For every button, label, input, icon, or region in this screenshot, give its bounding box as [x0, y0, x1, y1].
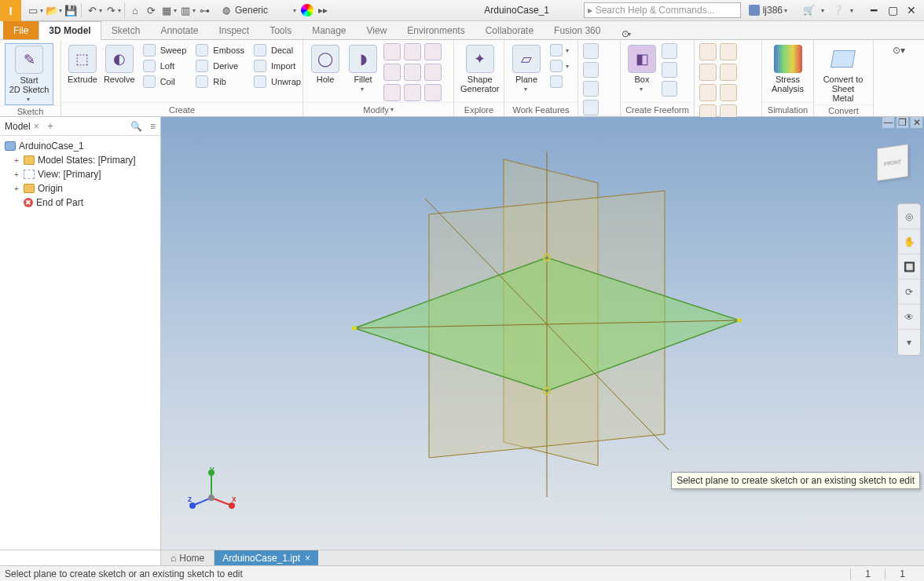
file-tab-arduino[interactable]: ArduinoCase_1.ipt× [214, 550, 318, 565]
revolve-button[interactable]: ◐ Revolve [102, 43, 137, 86]
unwrap-button[interactable]: Unwrap [251, 75, 304, 89]
browser-tab-model[interactable]: Model × [5, 121, 39, 132]
tab-manage[interactable]: Manage [302, 21, 356, 39]
tree-root[interactable]: ArduinoCase_1 [3, 139, 157, 153]
tree-end-of-part[interactable]: +✖End of Part [3, 195, 157, 210]
shape-generator-button[interactable]: ✦Shape Generator [459, 43, 501, 95]
tab-file[interactable]: File [3, 21, 38, 39]
coil-button[interactable]: Coil [140, 75, 190, 89]
add-browser-tab[interactable]: ＋ [46, 119, 55, 133]
look-at-icon[interactable]: 👁 [898, 305, 920, 330]
expand-icon[interactable]: + [13, 170, 20, 179]
minimize-button[interactable]: ━ [866, 4, 882, 16]
sculpt-icon[interactable] [720, 84, 737, 101]
new-icon[interactable]: ▭ [26, 3, 40, 17]
mirror-icon[interactable] [583, 100, 599, 115]
box-button[interactable]: ◧Box▾ [625, 43, 658, 94]
fillet-button[interactable]: ◗Fillet▾ [346, 43, 380, 94]
combine-icon[interactable] [424, 64, 442, 81]
tab-annotate[interactable]: Annotate [150, 21, 208, 39]
patch-icon[interactable] [720, 43, 737, 60]
tab-sketch[interactable]: Sketch [101, 21, 151, 39]
sketch-pattern-icon[interactable] [583, 81, 599, 97]
tab-environments[interactable]: Environments [397, 21, 475, 39]
decal-button[interactable]: Decal [251, 43, 304, 57]
extrude-button[interactable]: ⬚ Extrude [66, 43, 99, 86]
split-icon[interactable] [404, 64, 421, 81]
orbit-icon[interactable]: ⟳ [898, 280, 920, 305]
tree-model-states[interactable]: +Model States: [Primary] [3, 153, 157, 167]
ucs-button[interactable] [547, 75, 572, 89]
open-icon[interactable]: 📂 [45, 3, 59, 17]
origin-planes[interactable] [339, 152, 747, 497]
tab-view[interactable]: View [357, 21, 398, 39]
direct-edit-icon[interactable] [424, 84, 442, 101]
hole-button[interactable]: ◯Hole [308, 43, 343, 86]
stitch-icon[interactable] [699, 43, 717, 60]
start-2d-sketch-button[interactable]: ✎ Start 2D Sketch ▾ [5, 43, 53, 105]
tab-fusion360[interactable]: Fusion 360 [544, 21, 610, 39]
delete-face-icon[interactable] [404, 84, 421, 101]
color-wheel-icon[interactable] [301, 4, 314, 16]
close-icon[interactable]: × [34, 121, 39, 132]
derive-button[interactable]: Derive [192, 59, 248, 73]
freeform-convert-icon[interactable] [662, 62, 677, 78]
material-selector[interactable]: ◍ Generic ▾ ▸▸ [216, 4, 334, 16]
loft-button[interactable]: Loft [140, 59, 190, 73]
maximize-button[interactable]: ▢ [885, 4, 900, 16]
circ-pattern-icon[interactable] [583, 62, 599, 78]
search-input[interactable]: Search Help & Commands... [584, 2, 741, 18]
shell-icon[interactable] [404, 43, 421, 60]
import-button[interactable]: Import [251, 59, 304, 73]
vp-minimize[interactable]: — [882, 117, 894, 128]
nav-expand-icon[interactable]: ▾ [898, 330, 920, 355]
close-button[interactable]: ✕ [904, 4, 919, 16]
close-icon[interactable]: × [305, 553, 310, 564]
thicken-icon[interactable] [383, 84, 401, 101]
tab-tools[interactable]: Tools [259, 21, 302, 39]
plane-button[interactable]: ▱Plane▾ [509, 43, 544, 94]
freeform-plane-icon[interactable] [662, 81, 677, 97]
extend-icon[interactable] [699, 84, 717, 101]
axis-button[interactable]: ▾ [547, 43, 572, 57]
search-browser-icon[interactable]: 🔍 [130, 121, 142, 132]
undo-icon[interactable]: ↶ [85, 3, 99, 17]
chamfer-icon[interactable] [383, 43, 401, 60]
update-icon[interactable]: ⟳ [144, 3, 158, 17]
home-icon[interactable]: ⌂ [128, 3, 142, 17]
ruled-icon[interactable] [699, 64, 717, 81]
vp-close[interactable]: ✕ [911, 117, 922, 128]
help-icon[interactable]: ❔ [832, 5, 844, 16]
freeform-face-icon[interactable] [662, 43, 677, 59]
emboss-button[interactable]: Emboss [192, 43, 248, 57]
sweep-button[interactable]: Sweep [140, 43, 190, 57]
apps-icon[interactable]: 🛒 [803, 5, 815, 16]
pan-icon[interactable]: ✋ [898, 229, 920, 254]
save-icon[interactable]: 💾 [64, 3, 78, 17]
ribbon-options[interactable]: ⊙▾ [874, 40, 913, 116]
expand-icon[interactable]: + [13, 185, 20, 193]
user-account[interactable]: lj386 ▾ [741, 5, 795, 16]
expand-icon[interactable]: + [13, 156, 20, 165]
vp-restore[interactable]: ❐ [896, 117, 908, 128]
app-logo[interactable]: I [0, 0, 21, 21]
tab-3d-model[interactable]: 3D Model [38, 21, 101, 40]
draft-icon[interactable] [424, 43, 442, 60]
tab-inspect[interactable]: Inspect [208, 21, 259, 39]
browser-menu-icon[interactable]: ≡ [150, 121, 156, 132]
view-cube[interactable]: FRONT [877, 144, 908, 181]
appearance-icon[interactable]: ▥ [178, 3, 192, 17]
rect-pattern-icon[interactable] [583, 43, 599, 59]
redo-icon[interactable]: ↷ [104, 3, 118, 17]
thread-icon[interactable] [383, 64, 401, 81]
steering-wheel-icon[interactable]: ◎ [898, 204, 920, 229]
home-tab[interactable]: ⌂Home [161, 550, 214, 565]
zoom-icon[interactable]: 🔲 [898, 254, 920, 280]
ribbon-collapse-toggle[interactable]: ⊙ ▾ [622, 28, 631, 39]
select-icon[interactable]: ▦ [160, 3, 174, 17]
rib-button[interactable]: Rib [192, 75, 248, 89]
viewport[interactable]: — ❐ ✕ FRONT ◎ ✋ 🔲 ⟳ 👁 ▾ [161, 117, 924, 550]
tree-origin[interactable]: +Origin [3, 181, 157, 195]
material-link-icon[interactable]: ⊶ [197, 3, 211, 17]
convert-sheet-metal-button[interactable]: Convert to Sheet Metal [819, 43, 867, 104]
